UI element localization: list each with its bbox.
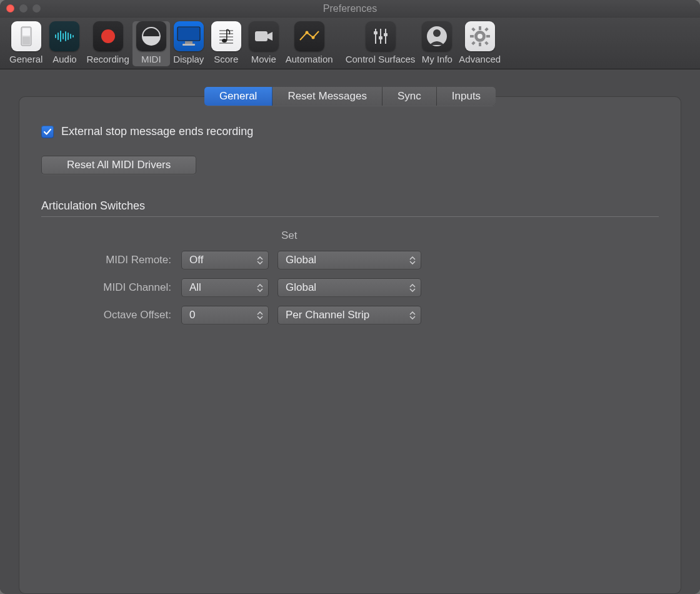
sub-tabs: General Reset Messages Sync Inputs [204, 87, 496, 106]
octave-offset-value: 0 [189, 309, 195, 321]
svg-rect-35 [379, 36, 382, 39]
external-stop-label: External stop message ends recording [61, 125, 253, 138]
tab-sync[interactable]: Sync [382, 87, 437, 106]
camera-icon [249, 21, 279, 51]
toolbar-item-advanced[interactable]: Advanced [456, 21, 504, 66]
tab-general[interactable]: General [204, 87, 272, 106]
svg-rect-47 [484, 41, 488, 45]
toolbar-item-movie[interactable]: Movie [245, 21, 282, 66]
toolbar-item-recording[interactable]: Recording [83, 21, 132, 66]
svg-rect-40 [479, 26, 481, 30]
stepper-arrows-icon [409, 256, 416, 264]
octave-offset-set-popup[interactable]: Per Channel Strip [278, 306, 421, 325]
octave-offset-set-value: Per Channel Strip [286, 309, 369, 321]
svg-point-48 [478, 34, 482, 39]
svg-rect-42 [470, 35, 474, 38]
svg-point-30 [311, 36, 314, 39]
waveform-icon [49, 21, 79, 51]
toolbar: General Audio Recording MIDI Display [0, 18, 700, 69]
svg-point-38 [433, 29, 441, 37]
toolbar-label: Recording [86, 54, 129, 64]
music-note-icon [211, 21, 241, 51]
svg-rect-43 [486, 35, 490, 38]
svg-point-13 [146, 33, 148, 36]
toolbar-item-general[interactable]: General [6, 21, 46, 66]
svg-rect-20 [182, 44, 195, 46]
svg-rect-18 [178, 27, 200, 41]
midi-remote-set-popup[interactable]: Global [278, 251, 421, 269]
svg-point-14 [148, 31, 151, 33]
midi-remote-label: MIDI Remote: [41, 254, 172, 266]
toolbar-item-midi[interactable]: MIDI [132, 21, 170, 66]
switch-icon [11, 21, 41, 51]
stepper-arrows-icon [257, 256, 263, 264]
midi-channel-label: MIDI Channel: [41, 281, 172, 294]
external-stop-row: External stop message ends recording [41, 125, 659, 138]
svg-rect-44 [471, 28, 475, 31]
gear-icon [465, 21, 495, 51]
set-column-header: Set [278, 229, 421, 242]
toolbar-item-my-info[interactable]: My Info [418, 21, 456, 66]
toolbar-item-audio[interactable]: Audio [46, 21, 83, 66]
midi-remote-popup[interactable]: Off [181, 251, 269, 269]
toolbar-label: Audio [52, 54, 76, 64]
stepper-arrows-icon [257, 311, 263, 320]
svg-rect-36 [384, 33, 388, 36]
midi-general-panel: External stop message ends recording Res… [19, 96, 681, 594]
toolbar-label: Display [173, 54, 204, 64]
toolbar-label: My Info [422, 54, 452, 64]
svg-point-11 [101, 29, 115, 43]
stepper-arrows-icon [409, 311, 416, 320]
minimize-window-button[interactable] [19, 4, 28, 13]
svg-point-15 [152, 31, 154, 33]
svg-rect-19 [185, 41, 192, 44]
toolbar-item-score[interactable]: Score [208, 21, 245, 66]
reset-midi-drivers-button[interactable]: Reset All MIDI Drivers [41, 156, 196, 174]
window-title: Preferences [0, 3, 700, 14]
midi-channel-value: All [189, 281, 201, 294]
toolbar-label: Score [214, 54, 238, 64]
automation-icon [294, 21, 324, 51]
toolbar-item-control-surfaces[interactable]: Control Surfaces [342, 21, 419, 66]
toolbar-label: Advanced [459, 54, 501, 64]
sliders-icon [366, 21, 396, 51]
toolbar-label: Control Surfaces [346, 54, 416, 64]
preferences-window: Preferences General Audio Recording [0, 0, 700, 594]
svg-rect-46 [471, 41, 475, 45]
toolbar-item-automation[interactable]: Automation [282, 21, 336, 66]
person-icon [422, 21, 452, 51]
close-window-button[interactable] [6, 4, 14, 13]
midi-channel-set-popup[interactable]: Global [278, 278, 421, 297]
midi-remote-set-value: Global [286, 254, 316, 266]
midi-icon [136, 21, 166, 51]
stepper-arrows-icon [257, 284, 263, 292]
record-icon [93, 21, 123, 51]
toolbar-label: Automation [286, 54, 333, 64]
articulation-form: Set MIDI Remote: Off Global [41, 229, 659, 325]
toolbar-label: General [9, 54, 42, 64]
svg-rect-17 [150, 39, 152, 42]
stepper-arrows-icon [409, 284, 416, 292]
svg-rect-2 [22, 37, 30, 44]
tab-inputs[interactable]: Inputs [437, 87, 496, 106]
octave-offset-label: Octave Offset: [41, 309, 172, 321]
articulation-switches-header: Articulation Switches [41, 199, 659, 217]
svg-rect-28 [255, 31, 268, 41]
svg-point-16 [154, 33, 157, 36]
midi-channel-set-value: Global [286, 281, 316, 294]
zoom-window-button[interactable] [32, 4, 41, 13]
svg-rect-41 [479, 43, 481, 46]
octave-offset-popup[interactable]: 0 [181, 306, 269, 325]
svg-rect-1 [22, 28, 30, 36]
svg-rect-34 [374, 31, 378, 34]
toolbar-label: MIDI [141, 54, 161, 64]
toolbar-item-display[interactable]: Display [170, 21, 208, 66]
toolbar-label: Movie [251, 54, 276, 64]
tab-reset-messages[interactable]: Reset Messages [272, 87, 382, 106]
svg-rect-45 [484, 28, 488, 31]
external-stop-checkbox[interactable] [41, 126, 54, 138]
content-area: General Reset Messages Sync Inputs Exter… [0, 69, 700, 594]
midi-channel-popup[interactable]: All [181, 278, 269, 297]
traffic-lights [6, 4, 41, 13]
svg-rect-27 [226, 29, 228, 41]
